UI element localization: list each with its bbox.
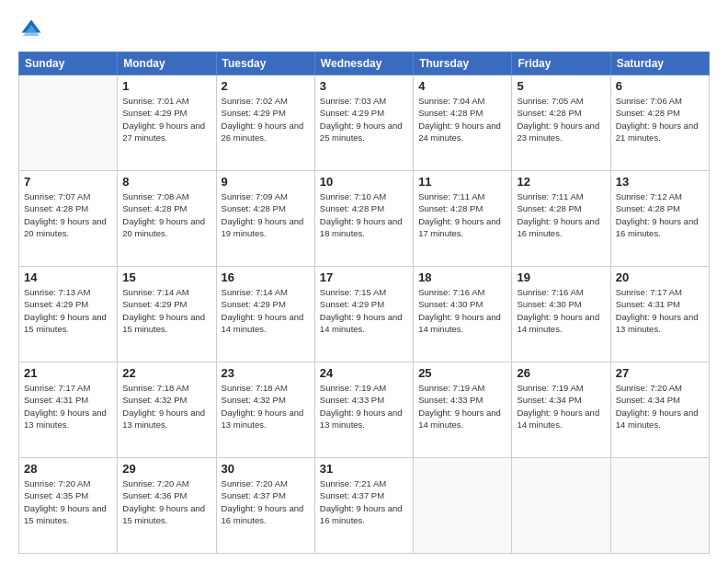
calendar-cell: 12Sunrise: 7:11 AMSunset: 4:28 PMDayligh… <box>512 171 610 267</box>
calendar-week-0: 1Sunrise: 7:01 AMSunset: 4:29 PMDaylight… <box>19 75 710 171</box>
day-number: 30 <box>222 462 310 476</box>
calendar-body: 1Sunrise: 7:01 AMSunset: 4:29 PMDaylight… <box>19 75 710 554</box>
day-number: 20 <box>616 270 704 284</box>
day-number: 21 <box>24 366 112 380</box>
day-number: 7 <box>24 175 112 189</box>
day-info: Sunrise: 7:01 AMSunset: 4:29 PMDaylight:… <box>122 95 210 144</box>
day-number: 25 <box>418 366 506 380</box>
calendar-cell: 9Sunrise: 7:09 AMSunset: 4:28 PMDaylight… <box>216 171 314 267</box>
day-info: Sunrise: 7:14 AMSunset: 4:29 PMDaylight:… <box>222 286 310 335</box>
day-info: Sunrise: 7:19 AMSunset: 4:33 PMDaylight:… <box>418 382 506 431</box>
calendar-cell: 2Sunrise: 7:02 AMSunset: 4:29 PMDaylight… <box>216 75 314 171</box>
day-number: 26 <box>517 366 605 380</box>
day-number: 12 <box>517 175 605 189</box>
day-info: Sunrise: 7:20 AMSunset: 4:35 PMDaylight:… <box>24 477 112 526</box>
calendar-cell: 16Sunrise: 7:14 AMSunset: 4:29 PMDayligh… <box>216 267 314 362</box>
day-number: 18 <box>418 270 506 284</box>
day-info: Sunrise: 7:04 AMSunset: 4:28 PMDaylight:… <box>418 95 506 144</box>
calendar-cell: 27Sunrise: 7:20 AMSunset: 4:34 PMDayligh… <box>610 362 709 458</box>
calendar-cell: 10Sunrise: 7:10 AMSunset: 4:28 PMDayligh… <box>314 171 413 267</box>
day-number: 23 <box>222 366 310 380</box>
day-info: Sunrise: 7:05 AMSunset: 4:28 PMDaylight:… <box>517 95 605 144</box>
day-info: Sunrise: 7:12 AMSunset: 4:28 PMDaylight:… <box>616 190 704 239</box>
calendar-cell <box>414 458 512 554</box>
day-number: 27 <box>616 366 704 380</box>
day-number: 4 <box>418 79 506 93</box>
day-info: Sunrise: 7:20 AMSunset: 4:37 PMDaylight:… <box>222 477 310 526</box>
day-number: 17 <box>320 270 408 284</box>
calendar-cell: 25Sunrise: 7:19 AMSunset: 4:33 PMDayligh… <box>414 362 512 458</box>
calendar-table: SundayMondayTuesdayWednesdayThursdayFrid… <box>18 52 710 554</box>
calendar-cell: 4Sunrise: 7:04 AMSunset: 4:28 PMDaylight… <box>414 75 512 171</box>
calendar-cell: 26Sunrise: 7:19 AMSunset: 4:34 PMDayligh… <box>512 362 610 458</box>
day-info: Sunrise: 7:06 AMSunset: 4:28 PMDaylight:… <box>616 95 704 144</box>
calendar-cell: 22Sunrise: 7:18 AMSunset: 4:32 PMDayligh… <box>118 362 216 458</box>
day-info: Sunrise: 7:16 AMSunset: 4:30 PMDaylight:… <box>517 286 605 335</box>
day-number: 10 <box>320 175 408 189</box>
day-info: Sunrise: 7:17 AMSunset: 4:31 PMDaylight:… <box>24 382 112 431</box>
calendar-week-4: 28Sunrise: 7:20 AMSunset: 4:35 PMDayligh… <box>19 458 710 554</box>
calendar-week-2: 14Sunrise: 7:13 AMSunset: 4:29 PMDayligh… <box>19 267 710 362</box>
day-info: Sunrise: 7:07 AMSunset: 4:28 PMDaylight:… <box>24 190 112 239</box>
logo <box>18 17 48 42</box>
calendar-cell: 14Sunrise: 7:13 AMSunset: 4:29 PMDayligh… <box>19 267 118 362</box>
calendar-cell <box>19 75 118 171</box>
calendar-cell: 24Sunrise: 7:19 AMSunset: 4:33 PMDayligh… <box>314 362 413 458</box>
header <box>18 17 710 42</box>
calendar-cell: 21Sunrise: 7:17 AMSunset: 4:31 PMDayligh… <box>19 362 118 458</box>
calendar-cell: 7Sunrise: 7:07 AMSunset: 4:28 PMDaylight… <box>19 171 118 267</box>
weekday-row: SundayMondayTuesdayWednesdayThursdayFrid… <box>19 52 710 75</box>
calendar-cell: 29Sunrise: 7:20 AMSunset: 4:36 PMDayligh… <box>118 458 216 554</box>
calendar-cell: 20Sunrise: 7:17 AMSunset: 4:31 PMDayligh… <box>610 267 709 362</box>
calendar-cell: 15Sunrise: 7:14 AMSunset: 4:29 PMDayligh… <box>118 267 216 362</box>
day-info: Sunrise: 7:18 AMSunset: 4:32 PMDaylight:… <box>222 382 310 431</box>
calendar-cell <box>610 458 709 554</box>
day-number: 6 <box>616 79 704 93</box>
day-number: 22 <box>122 366 210 380</box>
calendar-week-1: 7Sunrise: 7:07 AMSunset: 4:28 PMDaylight… <box>19 171 710 267</box>
day-number: 2 <box>222 79 310 93</box>
weekday-header-thursday: Thursday <box>414 52 512 75</box>
calendar-page: SundayMondayTuesdayWednesdayThursdayFrid… <box>0 0 728 563</box>
weekday-header-monday: Monday <box>118 52 216 75</box>
day-info: Sunrise: 7:11 AMSunset: 4:28 PMDaylight:… <box>418 190 506 239</box>
day-number: 13 <box>616 175 704 189</box>
day-number: 8 <box>122 175 210 189</box>
weekday-header-saturday: Saturday <box>610 52 709 75</box>
calendar-cell: 30Sunrise: 7:20 AMSunset: 4:37 PMDayligh… <box>216 458 314 554</box>
day-info: Sunrise: 7:21 AMSunset: 4:37 PMDaylight:… <box>320 477 408 526</box>
day-info: Sunrise: 7:11 AMSunset: 4:28 PMDaylight:… <box>517 190 605 239</box>
day-info: Sunrise: 7:20 AMSunset: 4:34 PMDaylight:… <box>616 382 704 431</box>
day-info: Sunrise: 7:19 AMSunset: 4:34 PMDaylight:… <box>517 382 605 431</box>
day-number: 14 <box>24 270 112 284</box>
calendar-cell: 31Sunrise: 7:21 AMSunset: 4:37 PMDayligh… <box>314 458 413 554</box>
day-info: Sunrise: 7:03 AMSunset: 4:29 PMDaylight:… <box>320 95 408 144</box>
calendar-cell: 13Sunrise: 7:12 AMSunset: 4:28 PMDayligh… <box>610 171 709 267</box>
calendar-cell: 8Sunrise: 7:08 AMSunset: 4:28 PMDaylight… <box>118 171 216 267</box>
calendar-week-3: 21Sunrise: 7:17 AMSunset: 4:31 PMDayligh… <box>19 362 710 458</box>
calendar-cell: 3Sunrise: 7:03 AMSunset: 4:29 PMDaylight… <box>314 75 413 171</box>
calendar-cell <box>512 458 610 554</box>
day-number: 3 <box>320 79 408 93</box>
day-info: Sunrise: 7:10 AMSunset: 4:28 PMDaylight:… <box>320 190 408 239</box>
calendar-cell: 19Sunrise: 7:16 AMSunset: 4:30 PMDayligh… <box>512 267 610 362</box>
weekday-header-friday: Friday <box>512 52 610 75</box>
day-number: 1 <box>122 79 210 93</box>
day-info: Sunrise: 7:19 AMSunset: 4:33 PMDaylight:… <box>320 382 408 431</box>
day-info: Sunrise: 7:14 AMSunset: 4:29 PMDaylight:… <box>122 286 210 335</box>
day-info: Sunrise: 7:13 AMSunset: 4:29 PMDaylight:… <box>24 286 112 335</box>
day-info: Sunrise: 7:09 AMSunset: 4:28 PMDaylight:… <box>222 190 310 239</box>
day-info: Sunrise: 7:18 AMSunset: 4:32 PMDaylight:… <box>122 382 210 431</box>
day-number: 5 <box>517 79 605 93</box>
day-info: Sunrise: 7:02 AMSunset: 4:29 PMDaylight:… <box>222 95 310 144</box>
calendar-cell: 5Sunrise: 7:05 AMSunset: 4:28 PMDaylight… <box>512 75 610 171</box>
calendar-cell: 1Sunrise: 7:01 AMSunset: 4:29 PMDaylight… <box>118 75 216 171</box>
day-info: Sunrise: 7:17 AMSunset: 4:31 PMDaylight:… <box>616 286 704 335</box>
weekday-header-tuesday: Tuesday <box>216 52 314 75</box>
calendar-cell: 6Sunrise: 7:06 AMSunset: 4:28 PMDaylight… <box>610 75 709 171</box>
weekday-header-wednesday: Wednesday <box>314 52 413 75</box>
day-number: 24 <box>320 366 408 380</box>
day-info: Sunrise: 7:16 AMSunset: 4:30 PMDaylight:… <box>418 286 506 335</box>
logo-icon <box>18 17 44 42</box>
calendar-cell: 17Sunrise: 7:15 AMSunset: 4:29 PMDayligh… <box>314 267 413 362</box>
